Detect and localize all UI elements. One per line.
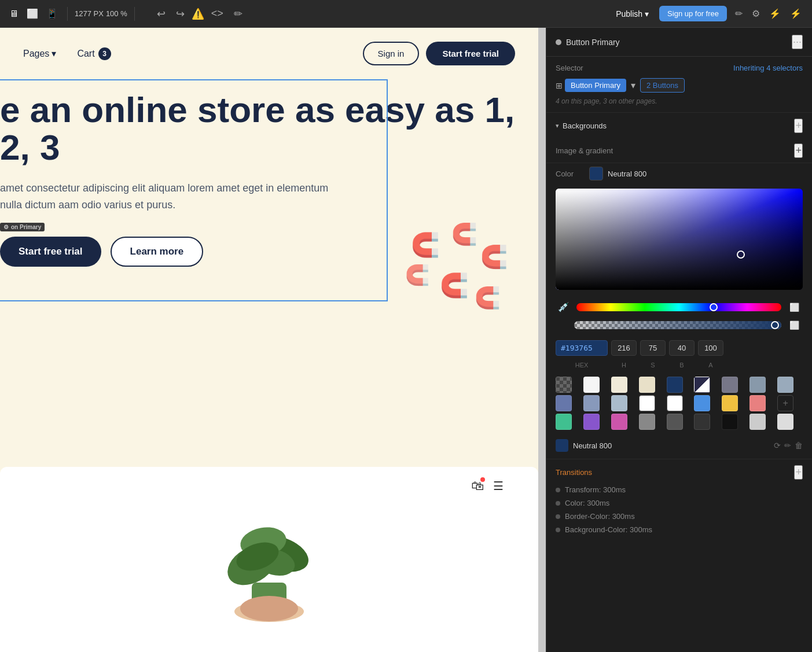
eyedropper-button[interactable]: 💉 (556, 299, 572, 315)
swatch-transparent[interactable] (556, 377, 572, 393)
undo-button[interactable]: ↩ (153, 5, 169, 23)
selector-tag-primary[interactable]: Button Primary (565, 79, 626, 92)
swatch-light-gray[interactable] (749, 414, 766, 430)
mobile-nav: 🛍 ☰ (471, 478, 504, 493)
swatch-dark-gray[interactable] (667, 414, 683, 430)
svg-text:🧲: 🧲 (411, 231, 440, 259)
hex-input[interactable] (556, 340, 608, 356)
color-gradient-box[interactable] (556, 189, 803, 290)
transition-row-1: Transform: 300ms (556, 485, 803, 494)
swatch-pink[interactable] (749, 395, 766, 411)
swatch-magenta[interactable] (611, 414, 627, 430)
color-picker-cursor[interactable] (737, 251, 745, 259)
selector-dropdown-icon[interactable]: ▾ (631, 80, 635, 91)
swatch-white[interactable] (583, 377, 600, 393)
color-gradient-container[interactable] (546, 184, 812, 294)
desktop-icon[interactable]: 🖥 (7, 6, 21, 21)
swatch-purple[interactable] (583, 414, 600, 430)
hue-slider[interactable] (576, 303, 781, 311)
swatch-green[interactable] (556, 414, 572, 430)
a-label: A (698, 362, 723, 369)
s-input[interactable] (640, 340, 666, 356)
transitions-add-button[interactable]: + (794, 465, 803, 480)
nav-pages[interactable]: Pages ▾ (23, 48, 56, 59)
tablet-icon[interactable]: ⬜ (24, 6, 41, 21)
image-gradient-row: Image & gradient + (556, 143, 803, 158)
panel-more-button[interactable]: ··· (792, 35, 803, 49)
nav-cart[interactable]: Cart 3 (77, 47, 111, 60)
section-title-row: ▾ Backgrounds (556, 121, 607, 130)
swatches-grid: + (556, 377, 803, 430)
mobile-cart-icon[interactable]: 🛍 (471, 478, 484, 493)
pages-label: Pages (23, 49, 49, 59)
width-display: 1277 PX (75, 9, 104, 18)
svg-text:🧲: 🧲 (440, 271, 469, 299)
start-trial-nav-button[interactable]: Start free trial (426, 42, 515, 65)
top-toolbar: 🖥 ⬜ 📱 1277 PX 100 % ↩ ↪ ⚠️ <> ✏ Publish … (0, 0, 812, 28)
swatch-pale-blue[interactable] (611, 395, 627, 411)
alpha-square-button[interactable]: ⬜ (786, 319, 803, 331)
swatch-medium-blue[interactable] (556, 395, 572, 411)
swatch-yellow[interactable] (722, 395, 738, 411)
swatch-white2[interactable] (639, 395, 655, 411)
svg-text:🧲: 🧲 (451, 222, 477, 246)
learn-more-button[interactable]: Learn more (111, 237, 204, 267)
swatch-darker-gray[interactable] (694, 414, 710, 430)
color-preview-swatch[interactable] (589, 167, 603, 181)
named-color-dot[interactable] (556, 439, 568, 452)
square-button[interactable]: ⬜ (786, 301, 803, 313)
transition-dot-2 (556, 501, 560, 506)
swatch-white3[interactable] (667, 395, 683, 411)
b-input[interactable] (669, 340, 695, 356)
path-tool-button[interactable]: ✏ (230, 5, 246, 23)
publish-button[interactable]: Publish ▾ (610, 6, 655, 22)
swatch-periwinkle[interactable] (583, 395, 600, 411)
swatch-beige[interactable] (639, 377, 655, 393)
selector-tags: ⊞ Button Primary ▾ 2 Buttons (556, 78, 803, 93)
swatch-blue[interactable] (694, 395, 710, 411)
h-input[interactable] (611, 340, 637, 356)
a-input[interactable] (698, 340, 723, 356)
hex-label: HEX (556, 362, 608, 369)
transition-text-3: Border-Color: 300ms (565, 512, 635, 521)
publish-label: Publish (616, 9, 642, 19)
mobile-icon[interactable]: 📱 (44, 6, 60, 21)
swatch-lighter-gray[interactable] (777, 414, 793, 430)
swatch-navy[interactable] (667, 377, 683, 393)
alpha-overlay (574, 321, 781, 329)
code-editor-button[interactable]: <> (208, 5, 227, 22)
start-trial-hero-button[interactable]: ⚙ on Primary Start free trial (0, 237, 101, 267)
hue-slider-row: 💉 ⬜ (556, 299, 803, 315)
backgrounds-section-header[interactable]: ▾ Backgrounds + (546, 113, 812, 139)
signin-button[interactable]: Sign in (363, 42, 420, 65)
zoom-display: 100 % (106, 9, 127, 18)
swatch-mid-gray[interactable] (639, 414, 655, 430)
settings-icon[interactable]: ⚙ (748, 6, 763, 21)
backgrounds-add-button[interactable]: + (794, 119, 803, 133)
selector-tag-secondary[interactable]: 2 Buttons (640, 78, 685, 93)
swatch-navy-half[interactable] (694, 377, 710, 393)
swatch-gray[interactable] (722, 377, 738, 393)
alpha-slider[interactable] (574, 321, 781, 329)
nav-right: Sign in Start free trial (363, 42, 515, 65)
swatch-blue-gray[interactable] (749, 377, 766, 393)
named-color-label: Neutral 800 (573, 441, 769, 450)
swatch-light-blue-gray[interactable] (777, 377, 793, 393)
h-label: H (611, 362, 637, 369)
color-row: Color Neutral 800 (546, 163, 812, 184)
signup-button[interactable]: Sign up for free (659, 6, 727, 21)
hamburger-icon[interactable]: ☰ (493, 479, 504, 493)
swatch-add-button[interactable]: + (777, 395, 793, 411)
decorative-shapes: 🧲 🧲 🧲 🧲 🧲 🧲 (399, 218, 515, 325)
hue-thumb (710, 303, 718, 311)
redo-button[interactable]: ↪ (172, 5, 188, 23)
delete-color-button[interactable]: 🗑 (795, 441, 803, 450)
swatch-near-black[interactable] (722, 414, 738, 430)
cart-label: Cart (77, 49, 94, 59)
publish-chevron-icon: ▾ (645, 9, 649, 19)
swatch-cream[interactable] (611, 377, 627, 393)
link-color-button[interactable]: ⟳ (774, 441, 781, 450)
image-gradient-add-button[interactable]: + (794, 143, 803, 158)
edit-color-button[interactable]: ✏ (784, 441, 791, 450)
backgrounds-title: Backgrounds (563, 121, 607, 130)
